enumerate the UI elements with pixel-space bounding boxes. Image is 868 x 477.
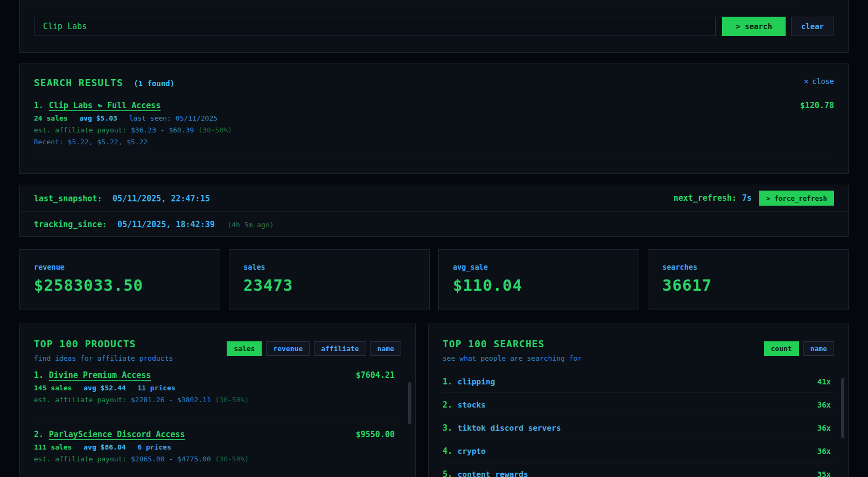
clear-button[interactable]: clear — [791, 17, 834, 36]
stat-label: searches — [662, 263, 834, 271]
stat-label: revenue — [34, 263, 206, 271]
result-payout-range: $36.23 - $60.39 — [131, 126, 194, 134]
stat-card-avg-sale: avg_sale $110.04 — [438, 249, 639, 310]
result-sales: 24 sales — [34, 114, 68, 122]
stat-card-searches: searches 36617 — [648, 249, 849, 310]
product-payout-label: est. affiliate payout: — [34, 396, 127, 404]
result-rank: 1. — [34, 101, 44, 110]
search-input[interactable] — [34, 17, 716, 36]
product-payout-range: $2865.00 - $4775.00 — [131, 455, 211, 463]
result-avg: avg $5.03 — [79, 114, 117, 122]
search-count: 36x — [817, 447, 831, 455]
search-rank: 2. — [443, 400, 452, 410]
search-count: 41x — [817, 377, 831, 386]
product-revenue: $7604.21 — [356, 370, 395, 380]
products-scrollbar[interactable] — [408, 382, 411, 424]
sort-by-affiliate-button[interactable]: affiliate — [314, 341, 366, 356]
search-term-row: 5. content rewards 35x — [443, 462, 834, 477]
result-payout-pct: (30-50%) — [198, 126, 232, 134]
search-term-link[interactable]: crypto — [458, 447, 486, 455]
product-revenue: $9550.00 — [356, 430, 395, 439]
product-link[interactable]: ParlayScience Discord Access — [49, 430, 185, 439]
sort-by-revenue-button[interactable]: revenue — [266, 341, 310, 356]
tracking-since-label: tracking_since: — [34, 220, 107, 229]
next-refresh-value: 7s — [742, 193, 752, 203]
stat-label: avg_sale — [453, 263, 625, 271]
product-sales: 145 sales — [34, 384, 72, 392]
searches-title: TOP 100 SEARCHES — [443, 338, 582, 349]
result-last-seen: last seen: 05/11/2025 — [129, 114, 218, 122]
result-payout-label: est. affiliate payout: — [34, 126, 127, 134]
stats-row: revenue $2583033.50 sales 23473 avg_sale… — [19, 249, 849, 310]
product-rank: 1. — [34, 370, 44, 380]
search-term-link[interactable]: clipping — [458, 377, 495, 386]
search-term-link[interactable]: stocks — [458, 401, 486, 409]
search-term-row: 2. stocks 36x — [443, 393, 834, 416]
next-refresh-label: next_refresh: — [674, 193, 737, 203]
result-recent-prices: Recent: $5.22, $5.22, $5.22 — [34, 138, 834, 146]
product-payout-pct: (30-50%) — [215, 455, 249, 463]
sort-by-sales-button[interactable]: sales — [227, 341, 262, 356]
search-term-row: 4. crypto 36x — [443, 439, 834, 462]
product-prices-count: 11 prices — [137, 384, 175, 392]
results-count: (1 found) — [134, 79, 174, 88]
products-title: TOP 100 PRODUCTS — [34, 338, 173, 349]
result-product-link[interactable]: Clip Labs ↬ Full Access — [49, 101, 161, 110]
search-term-link[interactable]: tiktok discord servers — [458, 424, 561, 432]
snapshot-panel: last_snapshot: 05/11/2025, 22:47:15 next… — [19, 185, 849, 237]
product-prices-count: 6 prices — [137, 443, 171, 451]
searches-scrollbar[interactable] — [841, 378, 844, 438]
search-results-panel: SEARCH RESULTS (1 found) ×close 1. Clip … — [19, 64, 849, 174]
product-avg: avg $52.44 — [83, 384, 125, 392]
product-payout-label: est. affiliate payout: — [34, 455, 127, 463]
sort-by-count-button[interactable]: count — [764, 341, 799, 356]
searches-sort-group: count name — [764, 341, 834, 356]
products-list: 1. Divine Premium Access $7604.21 145 sa… — [34, 370, 401, 476]
list-divider — [34, 417, 401, 417]
sort-by-name-button[interactable]: name — [803, 341, 834, 356]
searches-list: 1. clipping 41x 2. stocks 36x 3. tiktok — [443, 370, 834, 477]
product-list-item: 2. ParlayScience Discord Access $9550.00… — [34, 429, 401, 476]
sort-by-name-button[interactable]: name — [370, 341, 401, 356]
stat-value: 36617 — [662, 276, 834, 294]
product-link[interactable]: Divine Premium Access — [49, 370, 151, 380]
search-count: 35x — [817, 470, 831, 477]
search-term-link[interactable]: content rewards — [458, 470, 528, 477]
stat-card-revenue: revenue $2583033.50 — [19, 249, 220, 310]
search-row: > search clear — [34, 17, 834, 36]
products-sort-group: sales revenue affiliate name — [227, 341, 401, 356]
close-icon: × — [804, 77, 808, 86]
search-rank: 4. — [443, 446, 452, 456]
results-divider — [34, 159, 834, 159]
product-rank: 2. — [34, 430, 44, 439]
product-payout-range: $2281.26 - $3802.11 — [131, 396, 211, 404]
last-snapshot-row: last_snapshot: 05/11/2025, 22:47:15 next… — [20, 185, 848, 211]
search-term-row: 3. tiktok discord servers 36x — [443, 416, 834, 439]
stat-label: sales — [243, 263, 415, 271]
results-heading: SEARCH RESULTS (1 found) — [34, 77, 174, 88]
tracking-since-row: tracking_since: 05/11/2025, 18:42:39 (4h… — [20, 211, 848, 236]
last-snapshot-label: last_snapshot: — [34, 194, 102, 204]
tracking-ago: (4h 5m ago) — [227, 221, 274, 229]
search-panel: > search clear — [19, 0, 849, 53]
product-payout-pct: (30-50%) — [215, 396, 249, 404]
search-button[interactable]: > search — [722, 17, 785, 36]
top-divider — [27, 0, 800, 4]
list-divider — [34, 476, 401, 476]
products-subtitle: find ideas for affiliate products — [34, 354, 173, 362]
tracking-since-value: 05/11/2025, 18:42:39 — [117, 220, 215, 229]
search-rank: 1. — [443, 377, 452, 387]
force-refresh-button[interactable]: > force_refresh — [759, 191, 834, 206]
stat-value: 23473 — [243, 276, 415, 294]
close-results-button[interactable]: ×close — [804, 77, 834, 86]
result-item: 1. Clip Labs ↬ Full Access $120.78 24 sa… — [34, 100, 834, 146]
stat-card-sales: sales 23473 — [229, 249, 430, 310]
dashboard-page: > search clear SEARCH RESULTS (1 found) … — [0, 0, 868, 477]
search-rank: 5. — [443, 469, 452, 477]
bottom-row: TOP 100 PRODUCTS find ideas for affiliat… — [19, 324, 849, 477]
close-label: close — [812, 77, 834, 86]
stat-value: $2583033.50 — [34, 276, 206, 294]
stat-value: $110.04 — [453, 276, 625, 294]
search-rank: 3. — [443, 423, 452, 433]
product-sales: 111 sales — [34, 443, 72, 451]
